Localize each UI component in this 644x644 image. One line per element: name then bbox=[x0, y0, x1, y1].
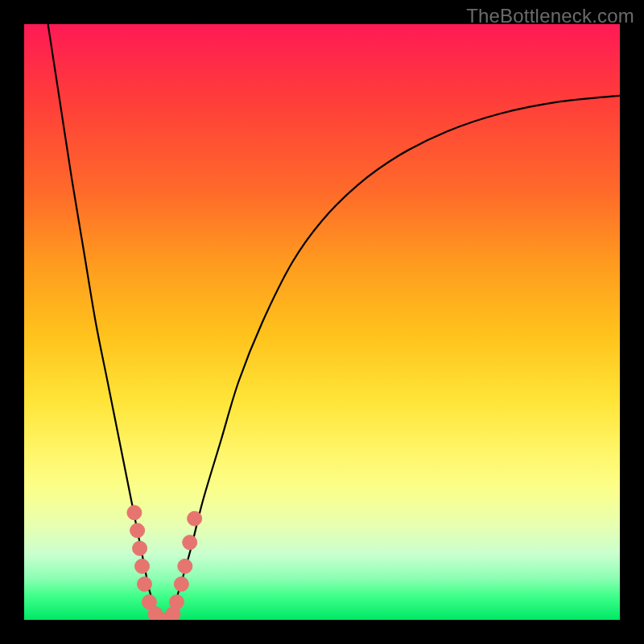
data-marker bbox=[133, 541, 147, 555]
chart-svg bbox=[24, 24, 620, 620]
data-marker bbox=[178, 559, 192, 573]
marker-group bbox=[127, 506, 202, 620]
data-marker bbox=[127, 506, 142, 520]
data-marker bbox=[183, 535, 197, 550]
data-marker bbox=[174, 577, 188, 592]
chart-stage: TheBottleneck.com bbox=[0, 0, 644, 644]
data-marker bbox=[188, 511, 202, 526]
data-marker bbox=[135, 559, 150, 573]
data-marker bbox=[137, 577, 151, 592]
plot-area bbox=[24, 24, 620, 620]
data-marker bbox=[130, 523, 145, 538]
data-marker bbox=[169, 595, 184, 609]
